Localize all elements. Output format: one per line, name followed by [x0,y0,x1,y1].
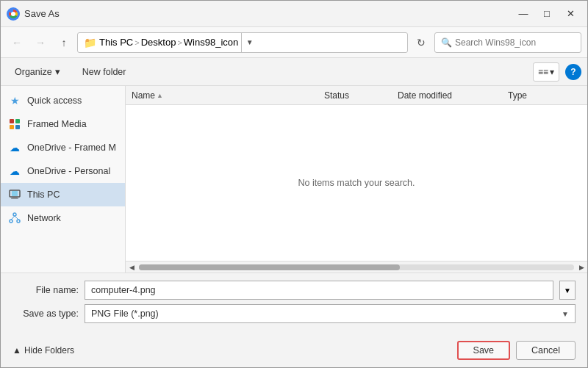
breadcrumb-desktop: Desktop [141,37,176,48]
folder-icon: 📁 [84,37,96,48]
sidebar-item-this-pc[interactable]: This PC [1,183,125,206]
hide-folders-label: Hide Folders [24,345,74,356]
app-icon [7,7,20,21]
scroll-track[interactable] [139,264,574,270]
column-headers: Name ▲ Status Date modified Type [126,86,587,105]
column-header-date[interactable]: Date modified [398,90,508,101]
new-folder-button[interactable]: New folder [74,62,135,82]
cancel-button[interactable]: Cancel [516,341,576,360]
scroll-left-arrow[interactable]: ◀ [126,261,137,273]
sidebar-item-onedrive-framed[interactable]: ☁ OneDrive - Framed M [1,136,125,159]
main-content: ★ Quick access Framed Media ☁ OneDrive -… [1,86,587,273]
save-as-dialog: Save As — □ ✕ ← → ↑ 📁 This PC > Desktop … [0,0,588,368]
cloud-icon-personal: ☁ [8,165,21,178]
file-area: Name ▲ Status Date modified Type No item… [126,86,587,273]
view-icon: ≡≡ [538,67,548,77]
computer-icon [8,188,21,201]
save-button[interactable]: Save [457,341,511,360]
view-button[interactable]: ≡≡ ▾ [533,62,559,82]
svg-rect-8 [12,197,17,198]
column-header-status[interactable]: Status [324,90,398,101]
sidebar: ★ Quick access Framed Media ☁ OneDrive -… [1,86,126,273]
saveastype-value: PNG File (*.png) [91,309,159,319]
close-button[interactable]: ✕ [559,5,581,23]
sidebar-item-network[interactable]: Network [1,206,125,230]
sort-indicator: ▲ [157,92,163,99]
minimize-button[interactable]: — [512,5,534,23]
address-bar: ← → ↑ 📁 This PC > Desktop > Wins98_icon … [1,27,587,58]
view-arrow: ▾ [550,67,554,77]
scroll-right-arrow[interactable]: ▶ [576,261,587,273]
grid-icon [8,118,21,131]
toolbar: Organize ▾ New folder ≡≡ ▾ ? [1,58,587,86]
forward-button[interactable]: → [30,32,51,53]
empty-message: No items match your search. [298,178,415,188]
organize-button[interactable]: Organize ▾ [7,62,68,82]
saveastype-dropdown[interactable]: PNG File (*.png) ▼ [85,304,576,323]
filename-input[interactable] [85,281,553,300]
scroll-thumb[interactable] [139,264,400,270]
title-bar: Save As — □ ✕ [1,1,587,27]
sidebar-item-quick-access[interactable]: ★ Quick access [1,89,125,112]
bottom-buttons-bar: ▲ Hide Folders Save Cancel [1,335,587,367]
breadcrumb-current: Wins98_icon [184,37,238,48]
hide-folders-button[interactable]: ▲ Hide Folders [12,345,74,356]
svg-point-12 [17,220,20,223]
svg-point-10 [13,213,16,216]
svg-line-14 [15,216,18,220]
svg-rect-4 [10,125,14,129]
column-header-name[interactable]: Name ▲ [132,90,324,101]
help-label: ? [570,67,576,77]
filename-dropdown-button[interactable]: ▼ [559,281,576,300]
address-dropdown-button[interactable]: ▼ [241,32,257,53]
saveastype-arrow: ▼ [562,310,569,318]
sidebar-label-this-pc: This PC [27,190,60,200]
file-list-body: No items match your search. [126,105,587,261]
svg-point-11 [10,220,12,223]
horizontal-scrollbar[interactable]: ◀ ▶ [126,261,587,273]
help-button[interactable]: ? [565,64,581,80]
saveastype-row: Save as type: PNG File (*.png) ▼ [12,304,576,323]
svg-rect-5 [15,125,20,129]
saveastype-label: Save as type: [12,309,79,319]
organize-label: Organize [15,67,52,77]
refresh-button[interactable]: ↻ [411,32,431,53]
sidebar-item-framed-media[interactable]: Framed Media [1,112,125,136]
svg-rect-3 [15,119,20,123]
search-icon: 🔍 [441,37,452,48]
network-icon [8,212,21,225]
up-button[interactable]: ↑ [54,32,74,53]
organize-arrow: ▾ [55,66,60,77]
column-header-type[interactable]: Type [508,90,581,101]
sidebar-label-onedrive-framed: OneDrive - Framed M [27,142,116,153]
maximize-button[interactable]: □ [536,5,558,23]
svg-rect-7 [12,191,18,196]
svg-rect-9 [11,198,18,199]
sidebar-label-framed-media: Framed Media [27,119,87,129]
new-folder-label: New folder [82,67,126,77]
svg-rect-2 [10,119,14,123]
window-controls: — □ ✕ [512,5,581,23]
filename-label: File name: [12,285,79,295]
star-icon: ★ [8,94,21,107]
dialog-title: Save As [24,8,512,19]
back-button[interactable]: ← [7,32,27,53]
filename-row: File name: ▼ [12,281,576,300]
search-input[interactable] [455,37,575,48]
sidebar-item-onedrive-personal[interactable]: ☁ OneDrive - Personal [1,159,125,183]
sidebar-label-quick-access: Quick access [27,95,82,106]
breadcrumb: This PC > Desktop > Wins98_icon [99,37,238,48]
sidebar-label-onedrive-personal: OneDrive - Personal [27,166,110,176]
sidebar-label-network: Network [27,213,61,223]
cloud-icon-framed: ☁ [8,141,21,154]
address-path[interactable]: 📁 This PC > Desktop > Wins98_icon ▼ [77,32,408,53]
svg-point-1 [11,12,15,16]
bottom-form: File name: ▼ Save as type: PNG File (*.p… [1,273,587,335]
search-box[interactable]: 🔍 [434,32,581,53]
svg-line-13 [11,216,15,220]
hide-folders-icon: ▲ [12,345,21,356]
breadcrumb-thispc: This PC [99,37,133,48]
